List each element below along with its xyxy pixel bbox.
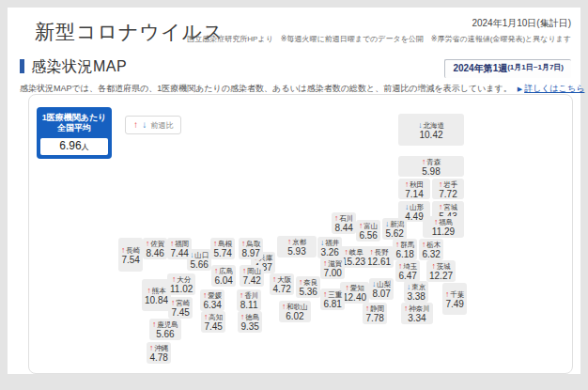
pref-name: ↑鳥取 <box>241 240 260 248</box>
pref-name: ↑島根 <box>213 240 232 248</box>
pref-tile-秋田: ↑秋田7.14 <box>398 179 430 199</box>
pref-value: 12.40 <box>343 292 366 303</box>
section-header: 感染状況MAP 2024年第1週(1月1日~1月7日) <box>20 57 571 76</box>
pref-name: ↑岩手 <box>435 180 461 189</box>
up-arrow-icon: ↑ <box>323 289 327 299</box>
pref-name: ↑熊本 <box>145 287 168 295</box>
up-arrow-icon: ↑ <box>404 304 408 313</box>
map-description: 感染状況MAPでは、各都道府県の、1医療機関あたりの感染者数、あるいは感染者数の… <box>20 84 512 93</box>
up-arrow-icon: ↑ <box>170 239 174 248</box>
pref-name: ↑長野 <box>367 248 391 257</box>
up-arrow-icon: ↑ <box>204 312 208 321</box>
header-meta: 2024年1月10日(集計日) 国立感染症研究所HPより ※毎週火曜に前週日曜ま… <box>187 17 571 44</box>
up-arrow-icon: ↑ <box>287 237 291 246</box>
pref-tile-宮崎: ↑宮崎7.45 <box>168 297 193 319</box>
pref-name: ↑秋田 <box>401 180 427 189</box>
pref-name: ↑栃木 <box>422 241 441 249</box>
pref-name: ↑和歌山 <box>282 303 308 311</box>
pref-tile-静岡: ↑静岡7.78 <box>363 303 387 324</box>
up-arrow-icon: ↑ <box>146 239 149 248</box>
up-arrow-icon: ↑ <box>431 261 435 271</box>
pref-name: ↓山口 <box>190 251 209 259</box>
pref-value: 7.00 <box>323 268 342 278</box>
pref-tile-富山: ↑富山6.56 <box>356 220 380 242</box>
pref-value: 6.18 <box>395 249 414 259</box>
section-accent-bar <box>20 59 24 73</box>
pref-tile-愛媛: ↑愛媛6.34 <box>200 289 224 311</box>
pref-value: 10.84 <box>145 295 168 305</box>
pref-tile-北海道: ↓北海道10.42 <box>398 114 464 146</box>
pref-tile-香川: ↑香川8.11 <box>237 289 261 311</box>
pref-name: ↑香川 <box>240 291 258 300</box>
down-arrow-icon: ↓ <box>418 120 422 130</box>
pref-tile-岡山: ↑岡山7.42 <box>240 265 264 287</box>
up-arrow-icon: ↑ <box>282 302 286 311</box>
pref-tile-京都: ↑京都5.93 <box>277 236 317 257</box>
pref-value: 5.93 <box>280 246 314 257</box>
pref-value: 5.36 <box>299 287 317 297</box>
pref-name: ↑鹿児島 <box>152 320 178 329</box>
up-arrow-icon: ↑ <box>398 261 402 271</box>
up-arrow-icon: ↑ <box>445 289 449 299</box>
pref-value: 9.35 <box>240 321 259 332</box>
pref-tile-島根: ↑島根5.74 <box>210 238 235 259</box>
pref-tile-長野: ↑長野12.61 <box>364 246 394 268</box>
pref-name: ↑群馬 <box>395 241 414 249</box>
down-arrow-icon: ↓ <box>372 279 376 289</box>
pref-value: 5.98 <box>401 166 461 177</box>
up-arrow-icon: ↑ <box>369 247 373 257</box>
down-arrow-icon: ↓ <box>405 202 409 211</box>
pref-name: ↓北海道 <box>401 121 461 130</box>
pref-tile-滋賀: ↑滋賀7.00 <box>320 257 345 279</box>
pref-name: ↑岡山 <box>242 267 261 275</box>
pref-tile-広島: ↑広島6.04 <box>211 265 236 287</box>
pref-name: ↑大分 <box>170 275 193 284</box>
pref-tile-大阪: ↑大阪4.72 <box>270 273 294 295</box>
link-arrow-icon: ▶ <box>518 86 522 92</box>
pref-name: ↑神奈川 <box>404 304 430 313</box>
up-arrow-icon: ↑ <box>334 213 338 223</box>
pref-tile-東京: ↓東京3.38 <box>404 281 428 303</box>
up-arrow-icon: ↑ <box>149 343 153 352</box>
pref-name: ↑茨城 <box>429 262 453 271</box>
pref-name: ↓山形 <box>401 203 427 211</box>
up-arrow-icon: ↑ <box>213 239 217 248</box>
pref-value: 7.72 <box>435 189 461 199</box>
pref-tile-長崎: ↑長崎7.54 <box>118 238 143 272</box>
pref-value: 6.04 <box>214 275 233 286</box>
pref-name: ↑宮崎 <box>171 299 190 307</box>
pref-value: 5.74 <box>213 248 232 258</box>
more-link[interactable]: 詳しくはこちら <box>524 84 584 93</box>
pref-value: 7.45 <box>204 321 223 332</box>
pref-tile-福井: ↓福井3.26 <box>317 237 342 258</box>
week-range: (1月1日~1月7日) <box>507 63 564 71</box>
pref-tile-徳島: ↑徳島9.35 <box>238 311 262 333</box>
pref-tile-沖縄: ↑沖縄4.78 <box>147 342 171 364</box>
section-title: 感染状況MAP <box>31 58 127 74</box>
up-arrow-icon: ↑ <box>241 239 245 248</box>
pref-tile-千葉: ↑千葉7.49 <box>442 283 467 315</box>
pref-value: 7.78 <box>365 313 384 323</box>
pref-value: 3.26 <box>320 247 339 257</box>
pref-tile-茨城: ↑茨城12.27 <box>426 260 456 282</box>
pref-name: ↑福岡 <box>170 240 189 248</box>
pref-name: ↑埼玉 <box>398 262 417 271</box>
pref-value: 6.32 <box>422 249 441 259</box>
pref-name: ↑三重 <box>323 290 342 299</box>
pref-name: ↓福井 <box>320 239 339 247</box>
pref-value: 4.72 <box>272 284 291 294</box>
up-arrow-icon: ↑ <box>152 320 156 329</box>
pref-value: 7.45 <box>171 307 190 318</box>
up-arrow-icon: ↑ <box>172 274 176 284</box>
pref-value: 6.47 <box>398 271 417 281</box>
pref-tile-山梨: ↓山梨8.07 <box>369 278 394 300</box>
pref-tile-奈良: ↑奈良5.36 <box>296 276 320 298</box>
pref-name: ↑富山 <box>359 222 378 230</box>
up-arrow-icon: ↑ <box>240 312 244 321</box>
pref-name: ↑滋賀 <box>323 259 342 268</box>
pref-tile-栃木: ↑栃木6.32 <box>419 239 443 260</box>
pref-value: 3.34 <box>404 313 430 323</box>
pref-name: ↑石川 <box>334 214 353 223</box>
pref-tile-岩手: ↑岩手7.72 <box>432 179 464 199</box>
pref-tile-鹿児島: ↑鹿児島5.66 <box>149 319 181 340</box>
